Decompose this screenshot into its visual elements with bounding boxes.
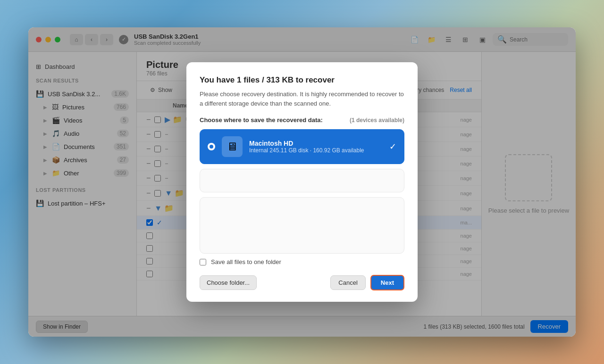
device-info: Macintosh HD Internal 245.11 GB disk · 1… bbox=[249, 140, 383, 154]
save-folder-label: Save all files to one folder bbox=[211, 258, 281, 265]
cancel-button[interactable]: Cancel bbox=[330, 275, 365, 290]
save-folder-checkbox[interactable] bbox=[200, 259, 206, 265]
app-window: ⌂ ‹ › ✓ USB SanDisk 3.2Gen1 Scan complet… bbox=[28, 27, 576, 337]
device-placeholder-2 bbox=[200, 197, 404, 254]
next-button[interactable]: Next bbox=[370, 275, 404, 290]
devices-available-text: (1 devices available) bbox=[350, 117, 404, 124]
device-placeholder-1 bbox=[200, 169, 404, 192]
modal-title: You have 1 files / 313 KB to recover bbox=[200, 75, 404, 85]
modal-description: Please choose recovery destination. It i… bbox=[200, 90, 404, 108]
choose-label-text: Choose where to save the recovered data: bbox=[200, 116, 323, 124]
macintosh-hd-icon: 🖥 bbox=[226, 140, 238, 153]
device-checkmark-icon: ✓ bbox=[389, 141, 396, 152]
modal-buttons: Choose folder... Cancel Next bbox=[200, 275, 404, 290]
choose-folder-button[interactable]: Choose folder... bbox=[200, 275, 257, 290]
modal-overlay: You have 1 files / 313 KB to recover Ple… bbox=[28, 27, 576, 337]
modal-dialog: You have 1 files / 313 KB to recover Ple… bbox=[186, 62, 418, 302]
device-radio-selected bbox=[208, 143, 215, 150]
modal-choose-label: Choose where to save the recovered data:… bbox=[200, 116, 404, 124]
device-item-macintosh[interactable]: 🖥 Macintosh HD Internal 245.11 GB disk ·… bbox=[200, 129, 404, 164]
device-details: Internal 245.11 GB disk · 160.92 GB avai… bbox=[249, 147, 383, 154]
device-name: Macintosh HD bbox=[249, 140, 383, 147]
device-icon: 🖥 bbox=[222, 136, 243, 157]
save-folder-row: Save all files to one folder bbox=[200, 258, 404, 265]
